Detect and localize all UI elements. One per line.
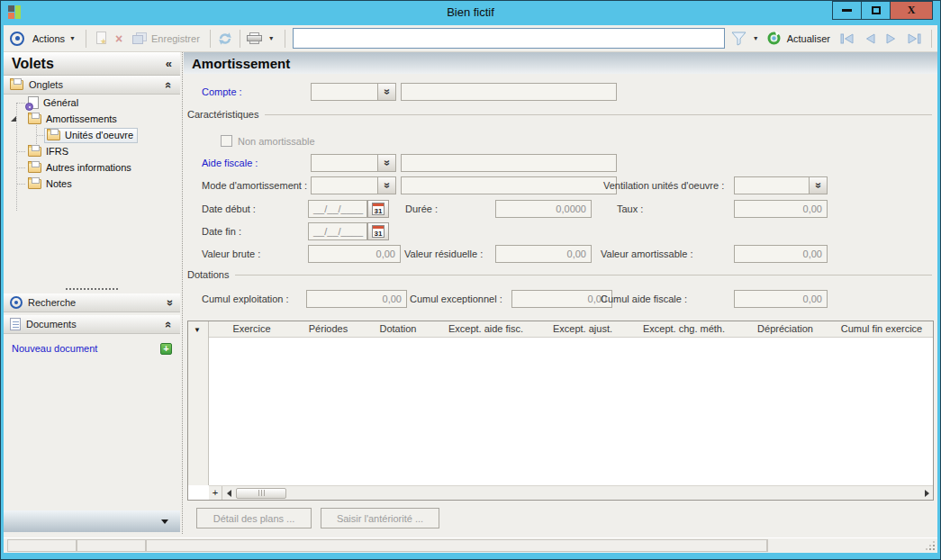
compte-combo-button[interactable]: « [377,84,395,100]
print-icon[interactable] [246,32,264,45]
non-amortissable-checkbox[interactable] [221,135,232,147]
tree-item-unites-doeuvre[interactable]: Unités d'oeuvre [4,127,180,143]
tree-item-ifrs[interactable]: IFRS [4,143,180,159]
tree-item-amortissements[interactable]: Amortissements [4,111,180,127]
valeur-amortissable-field[interactable]: 0,00 [734,245,828,263]
column-header-dotation[interactable]: Dotation [362,321,434,337]
titlebar: Bien fictif X [0,0,941,25]
page-title: Amortissement [192,56,290,71]
section-documents[interactable]: Documents « [4,315,180,334]
save-button[interactable]: Enregistrer [128,31,204,47]
print-options-button[interactable]: ▼ [264,33,279,43]
aide-fiscale-field[interactable] [401,154,617,172]
tree-item-general[interactable]: Général [4,95,180,111]
calendar-icon: 31 [372,225,385,238]
mode-combo-button[interactable]: « [377,177,395,194]
save-label: Enregistrer [151,33,200,44]
detail-plans-button[interactable]: Détail des plans ... [196,508,312,528]
refresh-icon[interactable] [216,32,234,46]
taux-field[interactable]: 0,00 [734,200,828,218]
close-icon: X [908,4,916,17]
cumul-exploitation-field[interactable]: 0,00 [306,290,407,308]
ventilation-combobox[interactable]: « [734,176,828,194]
panel-splitter[interactable] [182,52,183,534]
valeur-residuelle-label: Valeur résiduelle : [404,245,483,263]
date-fin-field[interactable]: __/__/____ [308,222,367,240]
duree-field[interactable]: 0,0000 [495,200,592,218]
add-row-button[interactable]: + [209,486,222,500]
filter-icon[interactable] [730,32,748,46]
tree-item-notes[interactable]: Notes [4,176,180,192]
compte-field[interactable] [401,83,617,101]
section-onglets[interactable]: Onglets « [4,76,180,95]
delete-icon[interactable]: × [110,32,128,46]
aide-fiscale-combobox[interactable]: « [311,154,396,172]
aide-fiscale-label: Aide fiscale : [202,154,258,172]
filter-options-button[interactable]: ▼ [748,33,764,43]
sidebar-bottom-bar[interactable] [4,510,180,532]
minimize-button[interactable] [832,1,862,20]
sidebar-splitter-handle[interactable] [4,285,180,293]
actions-button[interactable]: Actions ▼ [28,32,80,46]
tree-item-label: Général [43,97,78,108]
actualiser-icon[interactable] [765,31,783,46]
section-recherche[interactable]: Recherche « [4,294,180,312]
scrollbar-thumb[interactable] [236,488,286,499]
column-header-cumul-fin-exercice[interactable]: Cumul fin exercice [830,321,933,337]
column-header-periodes[interactable]: Périodes [294,321,362,337]
main-header: Amortissement [184,52,937,74]
chevron-up-icon[interactable]: « [163,81,175,87]
mode-amortissement-label: Mode d'amortissement : [202,176,307,194]
new-document-link[interactable]: Nouveau document [12,343,97,354]
collapse-sidebar-icon[interactable]: « [166,58,172,69]
date-fin-calendar-button[interactable]: 31 [367,222,389,240]
non-amortissable-label: Non amortissable [238,132,315,150]
date-debut-field[interactable]: __/__/____ [308,200,367,218]
add-document-icon[interactable]: + [160,343,172,355]
search-input[interactable] [293,28,725,49]
row-selector-icon[interactable]: ▼ [194,326,201,334]
actualiser-button[interactable]: Actualiser [787,33,830,44]
toolbar-separator [86,30,86,48]
column-header-exercice[interactable]: Exercice [209,321,294,337]
column-header-depreciation[interactable]: Dépréciation [740,321,830,337]
saisir-anteriorite-button[interactable]: Saisir l'antériorité ... [321,508,439,528]
tree-expander-icon[interactable] [11,116,16,122]
ventilation-combo-button[interactable]: « [809,177,827,194]
scroll-right-button[interactable] [920,487,933,500]
row-selector-column[interactable]: ▼ [188,321,209,485]
new-document-icon[interactable]: ★ [92,32,110,45]
section-documents-label: Documents [26,319,77,330]
nav-first-button[interactable] [840,33,855,44]
chevron-down-icon[interactable]: « [163,299,175,305]
nav-previous-button[interactable] [864,33,876,44]
mode-amortissement-field[interactable] [401,176,617,194]
aide-fiscale-combo-button[interactable]: « [377,155,395,171]
section-recherche-label: Recherche [28,297,76,308]
valeur-brute-field[interactable]: 0,00 [308,245,401,263]
close-button[interactable]: X [890,1,933,20]
column-header-except-ajust[interactable]: Except. ajust. [538,321,628,337]
compte-combobox[interactable]: « [311,83,396,101]
maximize-button[interactable] [861,1,891,20]
nav-last-button[interactable] [907,33,921,44]
tree-item-autres-informations[interactable]: Autres informations [4,159,180,176]
toolbar: Actions ▼ ★ × Enregistrer ▼ ▼ Actualiser [4,25,937,52]
resize-grip[interactable] [926,541,935,550]
folder-icon [28,114,41,124]
column-header-except-chg-meth[interactable]: Except. chg. méth. [628,321,740,337]
onglets-tree: Général Amortissements Unités d'oeuvre [4,95,180,248]
column-header-except-aide-fisc[interactable]: Except. aide fisc. [434,321,538,337]
scroll-left-button[interactable] [222,487,235,500]
calendar-icon: 31 [372,203,385,215]
cumul-exceptionnel-field[interactable]: 0,00 [511,290,612,308]
cumul-aide-fiscale-field[interactable]: 0,00 [734,290,828,308]
date-debut-calendar-button[interactable]: 31 [367,200,389,218]
chevron-up-icon[interactable]: « [163,321,175,327]
mode-amortissement-combobox[interactable]: « [311,176,396,194]
table-body[interactable] [209,338,933,485]
status-cell [77,539,146,552]
valeur-residuelle-field[interactable]: 0,00 [495,245,592,263]
nav-next-button[interactable] [885,33,898,44]
chevron-double-down-icon: « [813,183,824,189]
